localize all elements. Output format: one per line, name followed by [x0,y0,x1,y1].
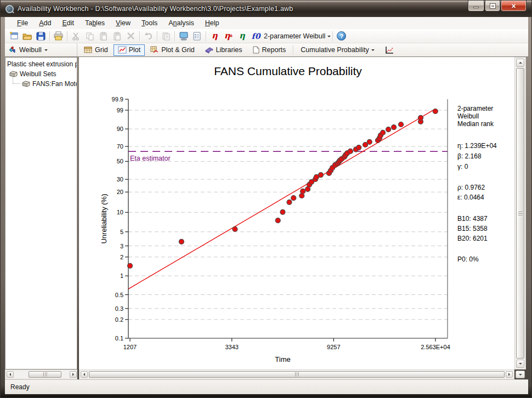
restore-button[interactable] [485,1,500,12]
app-icon [5,5,14,13]
tree-item-fans[interactable]: FANS:Fan Motors [22,80,77,88]
menu-analysis[interactable]: Analysis [163,18,200,29]
arrow-left-icon [82,373,85,376]
eta-estimate-button[interactable]: η [208,30,222,42]
eta-apply-button[interactable]: η [235,30,249,42]
tab-libraries[interactable]: Libraries [200,44,247,56]
scroll-left-button[interactable] [7,371,14,378]
close-button[interactable]: × [501,1,527,12]
tree-scroll-thumb[interactable] [29,371,61,378]
plot-scroll-thumb[interactable] [89,371,505,378]
scroll-right-button[interactable] [70,371,77,378]
gamma-value: γ: 0 [457,162,513,172]
paste-special-button [110,30,124,42]
toolbar-separator [157,31,157,41]
menu-tables[interactable]: Tables [80,18,110,29]
scroll-right-button[interactable] [506,371,513,378]
notes-button[interactable] [190,30,204,42]
window-title: Availability Workbench - D:\Software\Ava… [18,5,293,13]
y-axis-label: Unreliability (%) [100,194,108,243]
thumb-grip [518,212,523,215]
p0-value: P0: 0% [457,254,513,264]
close-icon: × [511,2,516,10]
menu-file[interactable]: File [12,18,33,29]
menu-add[interactable]: Add [33,18,56,29]
scroll-down-button[interactable] [516,360,524,368]
tab-grid[interactable]: Grid [80,44,112,56]
plot-type-selector[interactable]: Cumulative Probability [296,44,378,56]
notes-list-icon [193,32,201,41]
distribution-selector-label[interactable]: 2-parameter Weibull [264,32,325,40]
chevron-down-icon[interactable] [327,36,331,39]
reports-page-icon [252,46,260,54]
data-point [179,239,184,244]
menu-tools[interactable]: Tools [136,18,163,29]
computer-icon [179,32,189,41]
transfer-button[interactable] [177,30,190,42]
y-tick-label: 0.3 [115,305,123,312]
status-bar: Ready [5,379,528,394]
scrollbar-options-button[interactable] [516,371,525,378]
data-point [128,263,133,268]
cut-button [69,30,83,42]
distribution-function-button[interactable]: f0 [249,30,263,42]
restore-icon [490,4,495,8]
y-tick-label: 10 [117,209,123,215]
plot-options-button[interactable] [380,44,398,56]
tab-plot-and-grid[interactable]: Plot & Grid [146,44,199,56]
y-tick-label: 99.9 [112,96,123,103]
scissors-icon [72,32,80,41]
minimize-button[interactable] [468,1,484,12]
y-tick-label: 50 [117,158,123,164]
weibull-fit-line [128,109,435,289]
data-point [301,189,305,194]
data-point [433,109,438,113]
thumb-grip [43,372,47,377]
analysis-results-panel: 2-parameter Weibull Median rank η: 1.239… [457,105,513,264]
paste-button [97,30,110,42]
scroll-up-button[interactable] [516,59,524,67]
plot-view: Eta estimator99.99990705030201053210.50.… [79,57,514,369]
tab-reports[interactable]: Reports [248,44,291,56]
weibull-module-icon [8,46,16,54]
fit-method-line: 2-parameter [457,105,513,112]
vertical-scrollbar[interactable] [514,57,526,369]
eta-estimator-label: Eta estimator [130,155,171,162]
y-tick-label: 0.5 [115,292,123,298]
vertical-scroll-thumb[interactable] [516,68,524,359]
plot-settings-icon [384,46,394,54]
eta-add-button[interactable]: η+ [222,30,235,42]
y-tick-label: 70 [117,143,123,150]
tree-item-project[interactable]: Plastic sheet extrusion pla [7,60,77,68]
menu-help[interactable]: Help [200,18,225,29]
data-point [291,196,296,201]
y-tick-label: 30 [117,176,123,183]
menu-edit[interactable]: Edit [56,18,80,29]
scroll-left-button[interactable] [81,371,88,378]
toolbar-separator [206,31,206,41]
arrow-up-icon [519,60,522,64]
save-project-button[interactable] [34,30,48,42]
copy-icon [86,32,94,41]
arrow-right-icon [508,373,512,376]
help-icon: ? [337,31,346,41]
plot-horizontal-scrollbar[interactable] [79,369,514,379]
data-point [367,139,372,144]
print-button[interactable] [52,30,65,42]
tab-plot[interactable]: Plot [114,44,145,56]
new-project-button[interactable] [7,30,20,42]
module-selector[interactable]: Weibull [5,43,77,56]
project-tree-panel: Plastic sheet extrusion pla Weibull Sets… [5,57,77,369]
title-bar[interactable]: Availability Workbench - D:\Software\Ava… [1,1,531,17]
view-bar: Weibull Grid Plot Plot & Grid Libraries [5,43,528,57]
menu-view[interactable]: View [110,18,136,29]
copy-grid-button [159,30,173,42]
data-point [233,226,237,231]
tab-bar: Grid Plot Plot & Grid Libraries Reports … [77,43,398,56]
help-button[interactable]: ? [335,30,348,42]
eta-red-icon: η [212,32,218,40]
menu-bar: File Add Edit Tables View Tools Analysis… [5,17,528,29]
open-project-button[interactable] [20,30,34,42]
tree-horizontal-scrollbar[interactable] [5,369,77,379]
toolbar-separator [67,31,67,41]
